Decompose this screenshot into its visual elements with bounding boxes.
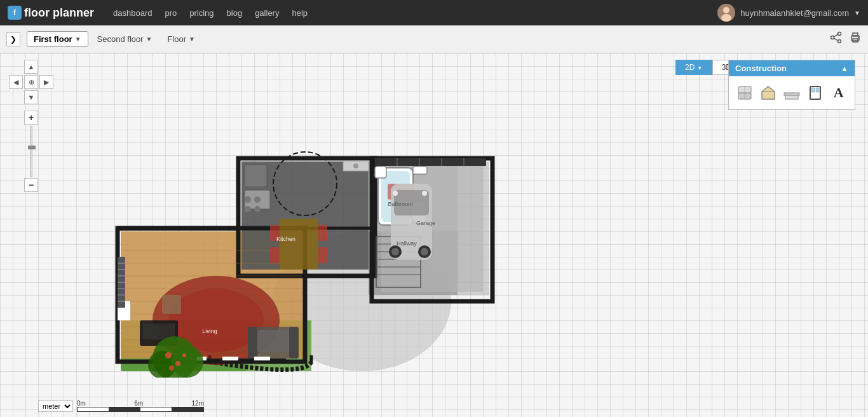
svg-point-11 <box>858 37 859 38</box>
svg-rect-74 <box>245 165 267 187</box>
ruler-seg-1 <box>78 407 109 411</box>
svg-point-76 <box>245 196 251 203</box>
pan-center-row: ◀ ⊕ ▶ <box>9 75 53 89</box>
svg-rect-19 <box>811 88 815 92</box>
nav-dashboard[interactable]: dashboard <box>113 8 152 18</box>
floors-tool-button[interactable] <box>759 83 778 103</box>
construction-panel: Construction ▲ <box>728 60 855 110</box>
first-floor-dropdown-arrow: ▼ <box>75 36 81 43</box>
panel-header: Construction ▲ <box>729 60 855 76</box>
svg-point-4 <box>838 40 841 43</box>
pan-up-button[interactable]: ▲ <box>24 60 38 74</box>
floorplan: Kitchen Bathroom Hallway Garage Living <box>64 72 496 378</box>
pan-right-button[interactable]: ▶ <box>39 75 53 89</box>
svg-point-79 <box>254 206 261 212</box>
nav-blog[interactable]: blog <box>227 8 243 18</box>
ruler-seg-4 <box>172 407 204 411</box>
svg-point-78 <box>245 206 251 212</box>
svg-point-122 <box>165 352 172 359</box>
nav-help[interactable]: help <box>292 8 308 18</box>
floor-tabs-bar: ❯ First floor ▼ Second floor ▼ Floor ▼ <box>0 25 868 53</box>
roof-tool-button[interactable] <box>782 83 802 103</box>
walls-tool-button[interactable] <box>735 83 755 103</box>
svg-text:Garage: Garage <box>416 220 435 226</box>
svg-point-98 <box>393 191 398 196</box>
svg-point-95 <box>391 248 399 256</box>
zoom-in-button[interactable]: + <box>24 111 38 125</box>
logo[interactable]: f floor planner <box>8 6 94 20</box>
svg-rect-68 <box>162 295 181 314</box>
svg-text:Hallway: Hallway <box>397 240 417 247</box>
text-tool-button[interactable]: A <box>829 83 848 103</box>
unit-selector[interactable]: meter <box>38 400 73 412</box>
svg-text:Kitchen: Kitchen <box>276 236 295 242</box>
ruler: 0m 6m 12m <box>77 400 204 412</box>
zoom-section: + − <box>24 111 38 192</box>
zoom-out-button[interactable]: − <box>24 178 38 192</box>
first-floor-tab[interactable]: First floor ▼ <box>27 31 88 47</box>
door-window-tool-button[interactable] <box>805 83 825 103</box>
collapse-sidebar-button[interactable]: ❯ <box>6 32 20 46</box>
zoom-handle[interactable] <box>28 146 36 149</box>
panel-title: Construction <box>735 64 787 73</box>
top-navigation: f floor planner dashboard pro pricing bl… <box>0 0 868 25</box>
collapse-icon: ❯ <box>10 35 17 44</box>
svg-rect-65 <box>289 327 299 359</box>
svg-point-99 <box>422 191 427 196</box>
pan-left-button[interactable]: ◀ <box>9 75 23 89</box>
nav-pro[interactable]: pro <box>165 8 177 18</box>
svg-text:Bathroom: Bathroom <box>388 201 412 207</box>
pan-center-button[interactable]: ⊕ <box>24 75 38 89</box>
floor-tab[interactable]: Floor ▼ <box>161 32 201 46</box>
svg-point-132 <box>353 163 358 168</box>
canvas-area[interactable]: ▲ ◀ ⊕ ▶ ▼ + − 2D ▼ 3D <box>0 53 868 417</box>
panel-tools: A <box>729 76 855 109</box>
user-dropdown-arrow[interactable]: ▼ <box>854 10 860 17</box>
nav-pricing[interactable]: pricing <box>189 8 214 18</box>
svg-point-123 <box>175 361 180 366</box>
nav-gallery[interactable]: gallery <box>255 8 279 18</box>
second-floor-tab[interactable]: Second floor ▼ <box>91 32 159 46</box>
user-email[interactable]: huynhmaianhkiet@gmail.com <box>740 8 849 18</box>
svg-rect-63 <box>257 330 292 352</box>
avatar <box>717 4 735 22</box>
ruler-labels: 0m 6m 12m <box>77 400 204 407</box>
zoom-bar[interactable] <box>30 126 32 177</box>
second-floor-dropdown-arrow: ▼ <box>146 36 153 43</box>
svg-rect-71 <box>270 247 280 263</box>
svg-rect-84 <box>375 167 386 178</box>
svg-rect-73 <box>318 247 327 263</box>
svg-point-97 <box>421 248 428 256</box>
scale-bar: meter 0m 6m 12m <box>38 400 204 412</box>
svg-rect-100 <box>375 158 486 166</box>
tabs-right-actions <box>830 31 862 47</box>
svg-point-125 <box>182 353 186 357</box>
navigation-controls: ▲ ◀ ⊕ ▶ ▼ + − <box>9 60 53 192</box>
svg-rect-20 <box>816 88 819 92</box>
pan-down-button[interactable]: ▼ <box>24 90 38 104</box>
user-area: huynhmaianhkiet@gmail.com ▼ <box>717 4 860 22</box>
2d-view-button[interactable]: 2D ▼ <box>675 60 712 75</box>
ruler-seg-2 <box>109 407 141 411</box>
svg-rect-83 <box>413 167 427 174</box>
logo-icon: f <box>8 6 22 20</box>
svg-point-1 <box>723 7 729 13</box>
svg-line-6 <box>834 34 837 37</box>
ruler-seg-3 <box>140 407 172 411</box>
svg-rect-72 <box>318 225 327 241</box>
svg-line-7 <box>834 38 837 41</box>
logo-text: floor planner <box>24 6 94 20</box>
ruler-bar <box>77 407 204 412</box>
svg-rect-9 <box>853 33 858 36</box>
svg-point-77 <box>254 196 261 203</box>
floor-label: Floor <box>167 34 186 44</box>
ruler-label-12: 12m <box>192 400 204 407</box>
print-icon[interactable] <box>849 31 862 47</box>
share-icon[interactable] <box>830 31 843 47</box>
ruler-label-6: 6m <box>134 400 143 407</box>
ruler-label-0: 0m <box>77 400 86 407</box>
svg-point-5 <box>831 36 834 39</box>
main-canvas: ▲ ◀ ⊕ ▶ ▼ + − 2D ▼ 3D <box>0 53 868 417</box>
panel-collapse-button[interactable]: ▲ <box>841 64 848 73</box>
svg-text:Living: Living <box>202 328 217 334</box>
